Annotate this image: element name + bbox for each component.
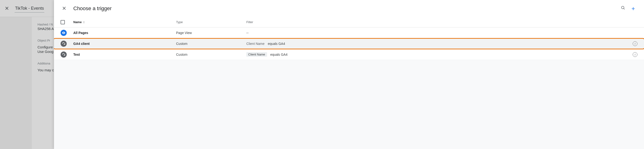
drawer-title: Choose a trigger [73, 6, 618, 12]
custom-trigger-icon [60, 41, 67, 47]
trigger-name: GA4 client [73, 42, 176, 46]
info-icon[interactable]: i [633, 41, 638, 46]
info-icon[interactable]: i [633, 52, 638, 57]
select-all-checkbox[interactable] [60, 20, 73, 24]
svg-line-1 [624, 9, 624, 10]
trigger-type: Page View [176, 31, 246, 35]
column-name[interactable]: Name ↑ [73, 20, 176, 24]
search-icon[interactable] [619, 4, 627, 14]
trigger-name: All Pages [73, 31, 176, 35]
trigger-filter: Client Nameequals GA4 [246, 42, 626, 46]
pageview-icon [60, 30, 67, 36]
trigger-filter: -- [246, 31, 626, 35]
trigger-type: Custom [176, 42, 246, 46]
trigger-row[interactable]: All PagesPage View-- [54, 27, 644, 38]
table-header: Name ↑ Type Filter [54, 17, 644, 27]
drawer-header: ✕ Choose a trigger + [54, 0, 644, 17]
column-name-label: Name [73, 20, 82, 24]
trigger-row[interactable]: GA4 clientCustomClient Nameequals GA4i [54, 38, 644, 49]
close-icon[interactable]: ✕ [60, 4, 68, 13]
sort-asc-icon: ↑ [83, 20, 85, 24]
svg-point-0 [621, 6, 624, 9]
trigger-name: Test [73, 53, 176, 56]
column-type[interactable]: Type [176, 20, 246, 24]
custom-trigger-icon [60, 52, 67, 58]
table-body: All PagesPage View--GA4 clientCustomClie… [54, 27, 644, 60]
trigger-type: Custom [176, 53, 246, 56]
trigger-row[interactable]: TestCustomClient Nameequals GA4i [54, 49, 644, 60]
add-trigger-button[interactable]: + [629, 4, 638, 14]
trigger-picker-drawer: ✕ Choose a trigger + Name ↑ Type Filter … [54, 0, 644, 149]
trigger-filter: Client Nameequals GA4 [246, 52, 626, 57]
column-filter[interactable]: Filter [246, 20, 626, 24]
table-scroll[interactable]: All PagesPage View--GA4 clientCustomClie… [54, 27, 644, 149]
